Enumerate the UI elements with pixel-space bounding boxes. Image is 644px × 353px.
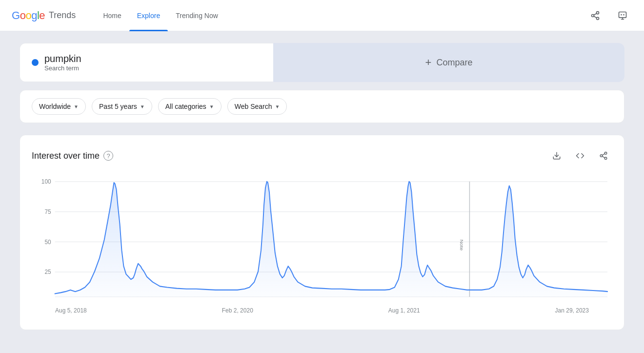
svg-line-15	[602, 154, 604, 155]
nav-explore[interactable]: Explore	[129, 0, 168, 31]
chevron-down-icon: ▼	[74, 104, 79, 109]
search-dot	[32, 59, 39, 66]
main-nav: Home Explore Trending Now	[95, 0, 585, 31]
search-compare-row: pumpkin Search term + Compare	[20, 43, 624, 82]
svg-rect-5	[619, 12, 626, 18]
svg-text:50: 50	[44, 238, 51, 246]
filter-time-label: Past 5 years	[99, 103, 137, 110]
filter-region[interactable]: Worldwide ▼	[32, 98, 86, 115]
filter-region-label: Worldwide	[39, 103, 71, 110]
x-label-3: Aug 1, 2021	[388, 307, 420, 314]
logo: Google Trends	[12, 9, 76, 22]
svg-text:Note: Note	[459, 239, 464, 250]
x-label-2: Feb 2, 2020	[222, 307, 253, 314]
google-wordmark: Google	[12, 9, 45, 22]
svg-text:75: 75	[44, 208, 51, 215]
help-icon[interactable]: ?	[103, 151, 113, 161]
download-icon	[552, 151, 561, 160]
compare-label: Compare	[436, 58, 472, 68]
chart-title-area: Interest over time ?	[32, 151, 113, 161]
chart-container: 100 75 50 25 Note	[32, 176, 612, 314]
trends-wordmark: Trends	[49, 10, 76, 21]
share-button[interactable]	[585, 6, 605, 25]
chart-share-button[interactable]	[595, 147, 612, 165]
main-content: pumpkin Search term + Compare Worldwide …	[0, 31, 644, 342]
chart-share-icon	[599, 151, 608, 160]
svg-text:100: 100	[41, 178, 51, 186]
search-term-card: pumpkin Search term	[20, 43, 273, 82]
interest-over-time-chart: 100 75 50 25 Note	[32, 176, 612, 303]
filter-category-label: All categories	[165, 103, 206, 110]
search-term-type: Search term	[44, 64, 81, 72]
x-label-1: Aug 5, 2018	[55, 307, 87, 314]
svg-line-14	[602, 156, 604, 158]
filter-search-type-label: Web Search	[235, 103, 272, 110]
svg-line-3	[594, 16, 597, 18]
embed-button[interactable]	[571, 147, 589, 165]
x-axis-labels: Aug 5, 2018 Feb 2, 2020 Aug 1, 2021 Jan …	[32, 305, 612, 314]
chart-actions	[548, 147, 612, 165]
header-actions	[585, 6, 632, 25]
share-icon	[590, 11, 600, 21]
filter-search-type[interactable]: Web Search ▼	[227, 98, 287, 115]
filters-bar: Worldwide ▼ Past 5 years ▼ All categorie…	[20, 90, 624, 123]
chevron-down-icon: ▼	[209, 104, 214, 109]
chart-header: Interest over time ?	[32, 147, 612, 165]
download-button[interactable]	[548, 147, 565, 165]
chart-title: Interest over time	[32, 151, 100, 161]
embed-icon	[576, 151, 584, 160]
search-term-value: pumpkin	[44, 53, 81, 64]
compare-card[interactable]: + Compare	[273, 43, 624, 82]
filter-time[interactable]: Past 5 years ▼	[92, 98, 152, 115]
compare-plus-icon: +	[425, 56, 432, 69]
search-text: pumpkin Search term	[44, 53, 81, 72]
header: Google Trends Home Explore Trending Now	[0, 0, 644, 31]
nav-home[interactable]: Home	[95, 0, 129, 31]
filter-category[interactable]: All categories ▼	[158, 98, 221, 115]
help-tooltip-label: ?	[106, 152, 110, 160]
chevron-down-icon: ▼	[275, 104, 280, 109]
feedback-icon	[618, 11, 627, 21]
svg-text:25: 25	[44, 269, 51, 276]
feedback-button[interactable]	[613, 6, 632, 25]
chevron-down-icon: ▼	[140, 104, 145, 109]
chart-card: Interest over time ?	[20, 135, 624, 330]
nav-trending[interactable]: Trending Now	[168, 0, 226, 31]
svg-line-4	[594, 13, 597, 15]
x-label-4: Jan 29, 2023	[555, 307, 589, 314]
